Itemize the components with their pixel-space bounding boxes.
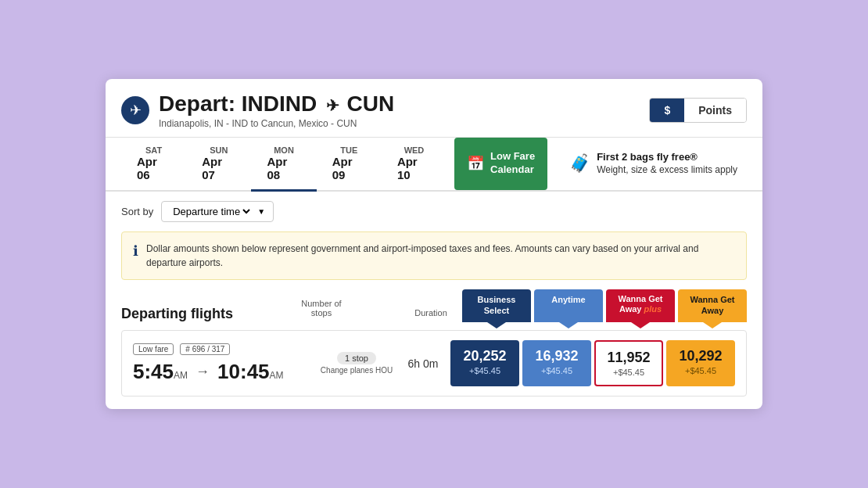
date-apr09: Apr 09: [332, 155, 366, 181]
plus-word: plus: [644, 304, 662, 314]
bags-headline: First 2 bags fly free®: [597, 151, 737, 164]
day-sun: SUN: [210, 145, 228, 155]
duration-value: 6h 0m: [404, 357, 443, 370]
depart-label: Depart:: [159, 92, 235, 116]
business-fee: +$45.45: [454, 366, 516, 375]
flight-row: Low fare # 696 / 317 5:45AM → 10:45AM 1 …: [121, 330, 747, 396]
origin-code: IND: [242, 92, 279, 116]
flights-title: Departing flights: [121, 306, 233, 321]
flights-header-row: Departing flights Number of stops Durati…: [121, 289, 747, 323]
day-wed: WED: [404, 145, 425, 155]
change-planes: Change planes HOU: [321, 366, 393, 375]
low-fare-badge: Low fare: [133, 343, 174, 355]
main-card: ✈ Depart: INDIND ✈ CUN Indianapolis, IN …: [106, 79, 762, 410]
wanna-plus-points: 11,952: [599, 350, 658, 366]
info-text: Dollar amounts shown below represent gov…: [146, 242, 735, 270]
anytime-points: 16,932: [525, 348, 588, 364]
currency-toggle: $ Points: [649, 98, 747, 123]
fare-cells: 20,252 +$45.45 16,932 +$45.45 11,952 +$4…: [450, 340, 735, 386]
fare-calendar-label: Low FareCalendar: [490, 150, 535, 177]
sort-label: Sort by: [121, 206, 153, 217]
fare-col-business: BusinessSelect: [462, 289, 531, 323]
col-stops-label: Number of stops: [290, 299, 353, 318]
stop-info: 1 stop Change planes HOU: [317, 352, 396, 375]
flights-section: Departing flights Number of stops Durati…: [106, 289, 762, 410]
wanna-away-points: 10,292: [669, 348, 732, 364]
flight-info: Low fare # 696 / 317 5:45AM → 10:45AM: [133, 343, 310, 384]
wanna-plus-fee: +$45.45: [599, 368, 658, 377]
fare-cell-anytime[interactable]: 16,932 +$45.45: [522, 340, 591, 386]
business-points: 20,252: [454, 348, 516, 364]
header-title-block: Depart: INDIND ✈ CUN Indianapolis, IN - …: [159, 92, 394, 129]
currency-points-btn[interactable]: Points: [684, 99, 746, 122]
sort-select-wrapper[interactable]: Departure time Arrival time Duration Sto…: [161, 201, 274, 222]
date-tabs: SAT Apr 06 SUN Apr 07 MON Apr 08 TUE Apr…: [121, 138, 447, 190]
origin-val: IND: [279, 92, 317, 116]
day-tue: TUE: [340, 145, 357, 155]
tab-sun-apr07[interactable]: SUN Apr 07: [186, 138, 251, 192]
stop-badge: 1 stop: [337, 352, 376, 364]
tab-wed-apr10[interactable]: WED Apr 10: [382, 138, 447, 192]
plane-icon: ✈: [121, 96, 149, 124]
fare-cell-wanna-away[interactable]: 10,292 +$45.45: [666, 340, 735, 386]
tab-sat-apr06[interactable]: SAT Apr 06: [121, 138, 186, 192]
time-arrow: →: [195, 364, 210, 380]
info-icon: ℹ: [133, 242, 138, 260]
calendar-icon: 📅: [467, 155, 484, 172]
route-arrow: ✈: [326, 97, 344, 114]
flight-times: 5:45AM → 10:45AM: [133, 360, 310, 384]
fare-calendar-button[interactable]: 📅 Low FareCalendar: [454, 138, 547, 190]
bags-icon: 🧳: [569, 153, 590, 174]
bags-subtext: Weight, size & excess limits apply: [597, 164, 737, 177]
fare-col-anytime: Anytime: [534, 289, 603, 323]
date-apr08: Apr 08: [267, 155, 300, 181]
flights-header-spacer: Departing flights: [121, 306, 290, 322]
sort-bar: Sort by Departure time Arrival time Dura…: [106, 192, 762, 231]
route-subtitle: Indianapolis, IN - IND to Cancun, Mexico…: [159, 118, 394, 129]
tab-tue-apr09[interactable]: TUE Apr 09: [317, 138, 382, 192]
bags-text-block: First 2 bags fly free® Weight, size & ex…: [597, 151, 737, 176]
depart-time: 5:45AM: [133, 360, 188, 384]
fare-col-wanna-away: Wanna GetAway: [678, 289, 747, 323]
fare-cell-business[interactable]: 20,252 +$45.45: [450, 340, 519, 386]
wanna-away-fee: +$45.45: [669, 366, 732, 375]
header-left: ✈ Depart: INDIND ✈ CUN Indianapolis, IN …: [121, 92, 394, 129]
dropdown-arrow-icon: ▼: [257, 207, 265, 216]
currency-dollar-btn[interactable]: $: [650, 99, 684, 122]
fare-col-wanna-plus: Wanna GetAway plus: [606, 289, 675, 323]
dest-code: CUN: [347, 92, 395, 116]
flights-col-meta: Number of stops Duration: [290, 299, 462, 322]
date-tabs-row: SAT Apr 06 SUN Apr 07 MON Apr 08 TUE Apr…: [106, 138, 762, 192]
day-sat: SAT: [145, 145, 162, 155]
fare-column-headers: BusinessSelect Anytime Wanna GetAway plu…: [462, 289, 747, 323]
flight-badges: Low fare # 696 / 317: [133, 343, 310, 355]
date-apr07: Apr 07: [202, 155, 235, 181]
arrive-time: 10:45AM: [217, 360, 284, 384]
page-header: ✈ Depart: INDIND ✈ CUN Indianapolis, IN …: [106, 79, 762, 138]
flight-number-badge: # 696 / 317: [180, 343, 230, 355]
depart-title: Depart: INDIND ✈ CUN: [159, 92, 394, 117]
arrive-period: AM: [270, 370, 284, 381]
tab-mon-apr08[interactable]: MON Apr 08: [251, 138, 316, 192]
date-apr06: Apr 06: [137, 155, 170, 181]
info-banner: ℹ Dollar amounts shown below represent g…: [121, 231, 747, 280]
col-duration-label: Duration: [400, 308, 462, 318]
depart-period: AM: [174, 370, 188, 381]
bags-info: 🧳 First 2 bags fly free® Weight, size & …: [560, 138, 747, 190]
anytime-fee: +$45.45: [525, 366, 588, 375]
date-apr10: Apr 10: [397, 155, 431, 181]
fare-cell-wanna-plus[interactable]: 11,952 +$45.45: [594, 340, 663, 386]
sort-dropdown[interactable]: Departure time Arrival time Duration Sto…: [170, 205, 253, 218]
day-mon: MON: [274, 145, 294, 155]
